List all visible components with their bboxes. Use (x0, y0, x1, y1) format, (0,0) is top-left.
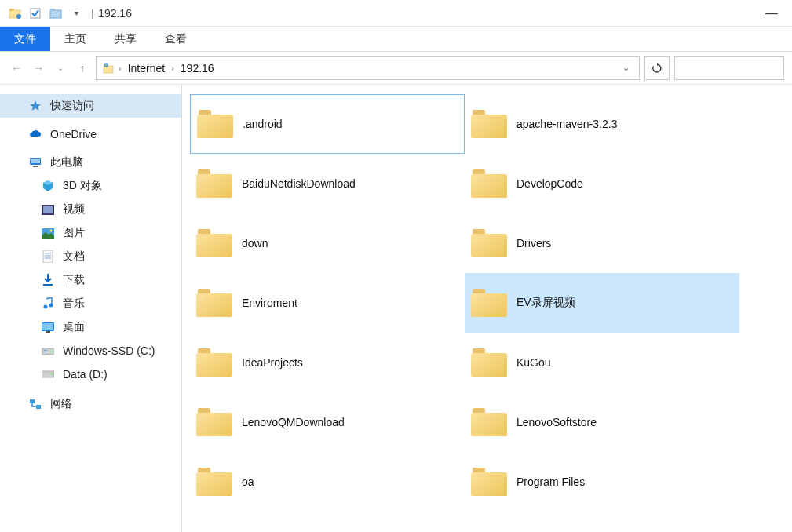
folder-label: BaiduNetdiskDownload (242, 177, 356, 190)
breadcrumb-separator-icon: › (119, 64, 122, 73)
tab-share[interactable]: 共享 (100, 27, 151, 51)
sidebar-desktop[interactable]: 桌面 (0, 315, 181, 339)
folder-item[interactable]: oa (190, 452, 465, 512)
up-button[interactable]: ↑ (74, 60, 91, 77)
breadcrumb-internet[interactable]: Internet (125, 62, 168, 75)
folder-item[interactable]: Program Files (465, 452, 739, 512)
search-input[interactable] (674, 56, 784, 80)
svg-rect-13 (43, 206, 53, 213)
folder-item[interactable]: Enviroment (190, 273, 465, 333)
checkbox-icon[interactable] (28, 6, 42, 20)
folder-icon (471, 108, 507, 140)
sidebar-network[interactable]: 网络 (0, 392, 181, 416)
svg-rect-10 (31, 159, 40, 163)
qat-dropdown-icon[interactable]: ▾ (69, 6, 83, 20)
folder-label: apache-maven-3.2.3 (516, 118, 617, 130)
svg-point-31 (51, 351, 53, 352)
folder-item[interactable]: BaiduNetdiskDownload (190, 154, 465, 213)
breadcrumb-host[interactable]: 192.16 (177, 62, 217, 75)
folder-item[interactable]: Drivers (465, 213, 739, 273)
content-pane: .androidapache-maven-3.2.3BaiduNetdiskDo… (182, 85, 792, 532)
drive-icon (41, 344, 55, 358)
folder-label: .android (243, 118, 283, 130)
body: 快速访问 OneDrive 此电脑 3D 对象 视频 图片 文档 下载 (0, 85, 792, 532)
sidebar-drive-d[interactable]: Data (D:) (0, 363, 181, 386)
cloud-icon (28, 127, 42, 141)
address-history-dropdown[interactable]: ⌄ (618, 63, 634, 73)
folder-icon (471, 406, 507, 438)
folder-item[interactable]: LenovoQMDownload (190, 392, 465, 452)
sidebar-videos[interactable]: 视频 (0, 198, 181, 221)
folder-icon (197, 108, 233, 140)
video-icon (41, 202, 55, 217)
folder-item[interactable]: DevelopCode (465, 154, 739, 213)
folder-icon (196, 347, 232, 378)
address-bar[interactable]: › Internet › 192.16 ⌄ (96, 56, 640, 80)
sidebar-documents[interactable]: 文档 (0, 245, 181, 268)
sidebar-pictures[interactable]: 图片 (0, 221, 181, 245)
network-icon (28, 397, 42, 411)
sidebar-label: Windows-SSD (C:) (63, 344, 155, 357)
folder-label: KuGou (516, 356, 551, 369)
star-icon (28, 99, 42, 113)
sidebar-quick-access[interactable]: 快速访问 (0, 94, 181, 118)
sidebar-label: 桌面 (63, 320, 85, 334)
forward-button[interactable]: → (30, 60, 47, 77)
sidebar-label: 下载 (63, 273, 85, 287)
svg-rect-29 (43, 350, 47, 351)
svg-rect-15 (53, 205, 54, 215)
folder-item[interactable]: EV录屏视频 (465, 273, 739, 333)
folder-icon (471, 287, 507, 319)
sidebar-label: 音乐 (63, 297, 85, 311)
minimize-button[interactable]: — (756, 6, 787, 20)
sidebar-this-pc[interactable]: 此电脑 (0, 151, 181, 174)
sidebar-drive-c[interactable]: Windows-SSD (C:) (0, 339, 181, 363)
desktop-icon (41, 320, 55, 334)
folder-item[interactable]: IdeaProjects (190, 333, 465, 392)
folder-label: EV录屏视频 (516, 296, 575, 310)
sidebar-label: 视频 (63, 202, 85, 217)
folder-label: down (242, 237, 268, 250)
sidebar-label: OneDrive (50, 128, 97, 140)
svg-rect-4 (50, 10, 61, 18)
download-icon (41, 273, 55, 287)
sidebar-label: 图片 (63, 226, 85, 240)
cube-icon (41, 179, 55, 193)
svg-point-24 (49, 304, 53, 308)
folder-item[interactable]: down (190, 213, 465, 273)
svg-rect-5 (50, 9, 55, 11)
refresh-button[interactable] (644, 56, 670, 80)
svg-rect-14 (42, 205, 43, 215)
tab-file[interactable]: 文件 (0, 27, 50, 51)
sidebar-music[interactable]: 音乐 (0, 292, 181, 315)
ribbon-tabs: 文件 主页 共享 查看 (0, 27, 792, 52)
folder-icon (196, 168, 232, 199)
svg-point-8 (105, 64, 107, 65)
sidebar-3d-objects[interactable]: 3D 对象 (0, 174, 181, 198)
folder-item[interactable]: LenovoSoftstore (465, 392, 739, 452)
svg-rect-35 (36, 405, 41, 409)
folder-qat-icon[interactable] (49, 6, 63, 20)
folder-item[interactable]: KuGou (465, 333, 739, 392)
folder-item[interactable]: .android (190, 94, 465, 154)
folder-icon (196, 406, 232, 438)
sidebar-label: 网络 (50, 397, 72, 411)
folder-label: oa (242, 476, 254, 488)
tab-home[interactable]: 主页 (50, 27, 100, 51)
sidebar-onedrive[interactable]: OneDrive (0, 122, 181, 146)
svg-point-17 (50, 229, 53, 231)
svg-rect-11 (33, 166, 38, 167)
tab-view[interactable]: 查看 (151, 27, 201, 51)
title-separator: | (91, 8, 93, 19)
sidebar-label: 3D 对象 (63, 179, 102, 193)
drive-icon (41, 367, 55, 381)
folder-item[interactable]: apache-maven-3.2.3 (465, 94, 739, 154)
folder-icon (471, 466, 507, 497)
refresh-icon (651, 63, 662, 74)
recent-dropdown[interactable]: ⌄ (52, 60, 69, 77)
title-bar: ▾ | 192.16 — (0, 0, 792, 27)
svg-rect-18 (43, 250, 53, 263)
back-button[interactable]: ← (8, 60, 25, 77)
folder-icon (196, 466, 232, 497)
sidebar-downloads[interactable]: 下载 (0, 268, 181, 292)
